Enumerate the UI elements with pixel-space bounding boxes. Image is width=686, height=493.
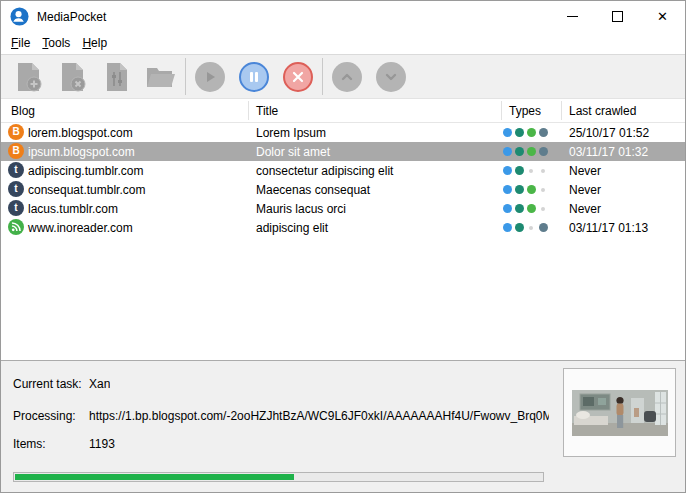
progress-fill — [15, 474, 294, 480]
type-dot-active — [501, 199, 513, 218]
maximize-button[interactable] — [595, 1, 640, 32]
blog-text: adipiscing.tumblr.com — [28, 161, 143, 180]
tumblr-icon: t — [8, 181, 24, 197]
menu-file-rest: ile — [18, 36, 30, 50]
menu-tools[interactable]: Tools — [36, 34, 76, 52]
items-label: Items: — [13, 437, 46, 451]
remove-feed-button[interactable] — [51, 57, 95, 97]
start-icon — [195, 62, 225, 92]
last-crawled-text: 03/11/17 01:13 — [569, 218, 648, 237]
type-dot-active — [501, 161, 513, 180]
stop-icon — [283, 62, 313, 92]
type-dot-active — [513, 161, 525, 180]
table-row[interactable]: B ipsum.blogspot.com Dolor sit amet 03/1… — [1, 142, 685, 161]
title-text: Mauris lacus orci — [256, 199, 346, 218]
close-button[interactable]: ✕ — [640, 1, 685, 32]
add-feed-icon — [16, 62, 43, 92]
items-value: 1193 — [89, 437, 115, 451]
table-row[interactable]: t adipiscing.tumblr.com consectetur adip… — [1, 161, 685, 180]
blog-text: www.inoreader.com — [28, 218, 133, 237]
move-down-button[interactable] — [369, 57, 413, 97]
menu-help-rest: elp — [91, 36, 107, 50]
table-row[interactable]: B lorem.blogspot.com Lorem Ipsum 25/10/1… — [1, 123, 685, 142]
last-crawled-text: 03/11/17 01:32 — [569, 142, 648, 161]
title-text: Dolor sit amet — [256, 142, 330, 161]
app-window: MediaPocket ✕ File Tools Help — [0, 0, 686, 493]
blog-text: lacus.tumblr.com — [28, 199, 118, 218]
type-dot-active — [525, 180, 537, 199]
feed-settings-button[interactable] — [95, 57, 139, 97]
column-header-title[interactable]: Title — [256, 99, 278, 122]
table-header: Blog Title Types Last crawled — [1, 99, 685, 123]
feed-settings-icon — [105, 62, 129, 92]
blog-text: consequat.tumblr.com — [28, 180, 145, 199]
start-button[interactable] — [188, 57, 232, 97]
title-text: Maecenas consequat — [256, 180, 370, 199]
processing-value: https://1.bp.blogspot.com/-2ooHZJhtBzA/W… — [89, 409, 549, 423]
inoreader-icon — [8, 219, 24, 235]
current-task-label: Current task: — [13, 377, 82, 391]
column-divider[interactable] — [501, 101, 502, 120]
types-dots — [501, 142, 549, 161]
pause-button[interactable] — [232, 57, 276, 97]
menu-help-mnemonic: H — [82, 36, 91, 50]
type-dot-active — [513, 199, 525, 218]
minimize-button[interactable] — [550, 1, 595, 32]
move-up-button[interactable] — [325, 57, 369, 97]
types-dots — [501, 218, 549, 237]
column-divider[interactable] — [561, 101, 562, 120]
type-dot-active — [537, 142, 549, 161]
pause-icon — [239, 62, 269, 92]
open-folder-icon — [146, 65, 176, 89]
toolbar-separator — [322, 58, 323, 95]
close-icon: ✕ — [657, 10, 668, 23]
title-text: consectetur adipiscing elit — [256, 161, 393, 180]
blog-text: ipsum.blogspot.com — [28, 142, 135, 161]
blogger-icon: B — [8, 143, 24, 159]
type-dot-inactive — [537, 161, 549, 180]
type-dot-active — [513, 123, 525, 142]
type-dot-active — [513, 142, 525, 161]
types-dots — [501, 161, 549, 180]
open-folder-button[interactable] — [139, 57, 183, 97]
type-dot-active — [501, 123, 513, 142]
current-task-value: Xan — [89, 377, 110, 391]
column-header-blog[interactable]: Blog — [11, 99, 35, 122]
column-header-last-crawled[interactable]: Last crawled — [569, 99, 636, 122]
table-row[interactable]: t lacus.tumblr.com Mauris lacus orci Nev… — [1, 199, 685, 218]
last-crawled-text: 25/10/17 01:52 — [569, 123, 649, 142]
type-dot-inactive — [525, 218, 537, 237]
status-panel: Current task: Xan Processing: https://1.… — [1, 360, 685, 492]
last-crawled-text: Never — [569, 180, 601, 199]
menu-file[interactable]: File — [5, 34, 36, 52]
blogger-icon: B — [8, 124, 24, 140]
table-row[interactable]: www.inoreader.com adipiscing elit 03/11/… — [1, 218, 685, 237]
type-dot-active — [513, 218, 525, 237]
tumblr-icon: t — [8, 200, 24, 216]
table-row[interactable]: t consequat.tumblr.com Maecenas consequa… — [1, 180, 685, 199]
type-dot-active — [537, 218, 549, 237]
menu-help[interactable]: Help — [76, 34, 113, 52]
column-divider[interactable] — [248, 101, 249, 120]
menubar: File Tools Help — [1, 32, 685, 54]
progress-bar — [13, 472, 544, 482]
add-feed-button[interactable] — [7, 57, 51, 97]
type-dot-inactive — [537, 180, 549, 199]
type-dot-active — [525, 123, 537, 142]
type-dot-active — [537, 123, 549, 142]
column-header-types[interactable]: Types — [509, 99, 541, 122]
tumblr-icon: t — [8, 162, 24, 178]
preview-thumbnail — [572, 390, 668, 436]
menu-tools-rest: ools — [48, 36, 70, 50]
remove-feed-icon — [60, 62, 87, 92]
preview-box — [563, 368, 676, 457]
app-logo-icon — [10, 7, 29, 26]
toolbar — [1, 54, 685, 99]
types-dots — [501, 180, 549, 199]
stop-button[interactable] — [276, 57, 320, 97]
type-dot-active — [513, 180, 525, 199]
table-body: B lorem.blogspot.com Lorem Ipsum 25/10/1… — [1, 123, 685, 237]
processing-label: Processing: — [13, 409, 76, 423]
type-dot-active — [525, 142, 537, 161]
type-dot-active — [525, 199, 537, 218]
